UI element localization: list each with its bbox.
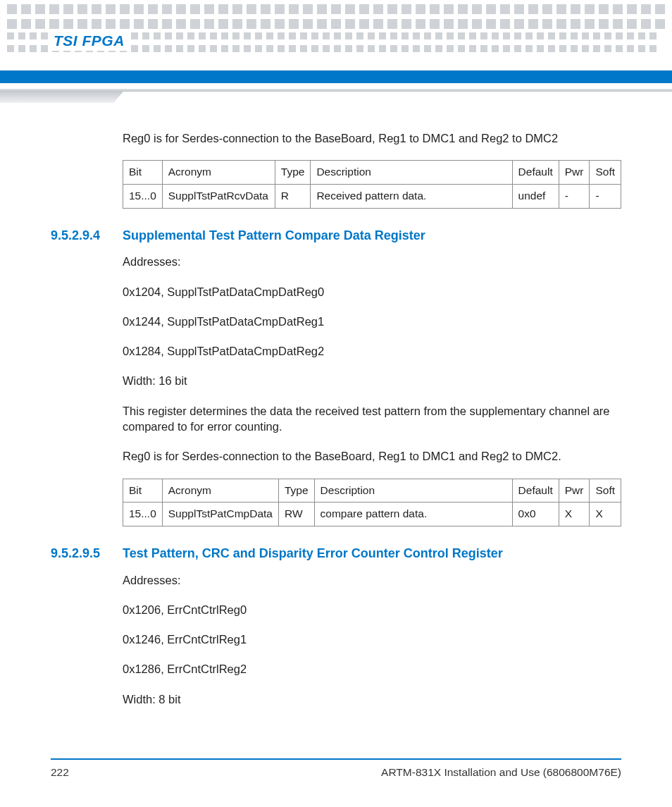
section-number: 9.5.2.9.5 [51,545,123,562]
cell-type: R [275,185,311,209]
address-line: 0x1284, SupplTstPatDataCmpDatReg2 [123,343,621,359]
cell-bit: 15...0 [123,185,163,209]
reg-note: Reg0 is for Serdes-connection to the Bas… [123,448,621,464]
addresses-label: Addresses: [123,572,621,588]
width-line: Width: 16 bit [123,373,621,388]
section-title: Supplemental Test Pattern Compare Data R… [123,227,425,244]
address-line: 0x1206, ErrCntCtrlReg0 [123,602,621,617]
col-type: Type [278,479,314,503]
cell-pwr: X [559,503,590,526]
col-pwr: Pwr [559,479,590,503]
section-number: 9.5.2.9.4 [51,227,123,244]
page-number: 222 [51,765,69,780]
col-soft: Soft [590,479,621,503]
col-default: Default [512,479,559,503]
page: TSI FPGA Reg0 is for Serdes-connection t… [0,0,672,807]
col-default: Default [512,161,559,185]
col-description: Description [311,161,512,185]
col-bit: Bit [123,161,163,185]
table-row: 15...0 SupplTstPatRcvData R Received pat… [123,185,621,209]
cell-soft: - [590,185,621,209]
grey-wedge [0,92,123,103]
cell-bit: 15...0 [123,503,163,526]
register-table-1: Bit Acronym Type Description Default Pwr… [123,160,621,209]
intro-paragraph: Reg0 is for Serdes-connection to the Bas… [123,130,621,146]
col-soft: Soft [590,161,621,185]
col-bit: Bit [123,479,163,503]
col-acronym: Acronym [162,161,275,185]
cell-default: 0x0 [512,503,559,526]
cell-acronym: SupplTstPatCmpData [162,503,278,526]
address-line: 0x1244, SupplTstPatDataCmpDatReg1 [123,314,621,329]
cell-pwr: - [559,185,590,209]
table-row: 15...0 SupplTstPatCmpData RW compare pat… [123,503,621,526]
grey-line [0,89,672,92]
cell-default: undef [512,185,559,209]
col-pwr: Pwr [559,161,590,185]
section-heading: 9.5.2.9.5 Test Pattern, CRC and Disparit… [51,545,621,562]
table-head: Bit Acronym Type Description Default Pwr… [123,479,621,503]
section-description: This register determines the data the re… [123,403,621,435]
table-head: Bit Acronym Type Description Default Pwr… [123,161,621,185]
section-title: Test Pattern, CRC and Disparity Error Co… [123,545,503,562]
cell-soft: X [590,503,621,526]
col-description: Description [314,479,512,503]
col-acronym: Acronym [162,479,278,503]
cell-description: Received pattern data. [311,185,512,209]
register-table-2: Bit Acronym Type Description Default Pwr… [123,479,621,527]
col-type: Type [275,161,311,185]
doc-id: ARTM-831X Installation and Use (6806800M… [381,765,621,780]
address-line: 0x1204, SupplTstPatDataCmpDatReg0 [123,284,621,300]
address-line: 0x1246, ErrCntCtrlReg1 [123,632,621,647]
footer-rule [51,758,621,760]
cell-type: RW [278,503,314,526]
page-footer: 222 ARTM-831X Installation and Use (6806… [51,758,621,780]
header-decor [0,0,672,109]
address-line: 0x1286, ErrCntCtrlReg2 [123,661,621,677]
page-title: TSI FPGA [51,31,130,51]
addresses-label: Addresses: [123,254,621,269]
cell-acronym: SupplTstPatRcvData [162,185,275,209]
blue-band [0,70,672,83]
section-heading: 9.5.2.9.4 Supplemental Test Pattern Comp… [51,227,621,244]
content: Reg0 is for Serdes-connection to the Bas… [51,130,621,751]
decor-row [0,3,672,30]
width-line: Width: 8 bit [123,691,621,707]
cell-description: compare pattern data. [314,503,512,526]
